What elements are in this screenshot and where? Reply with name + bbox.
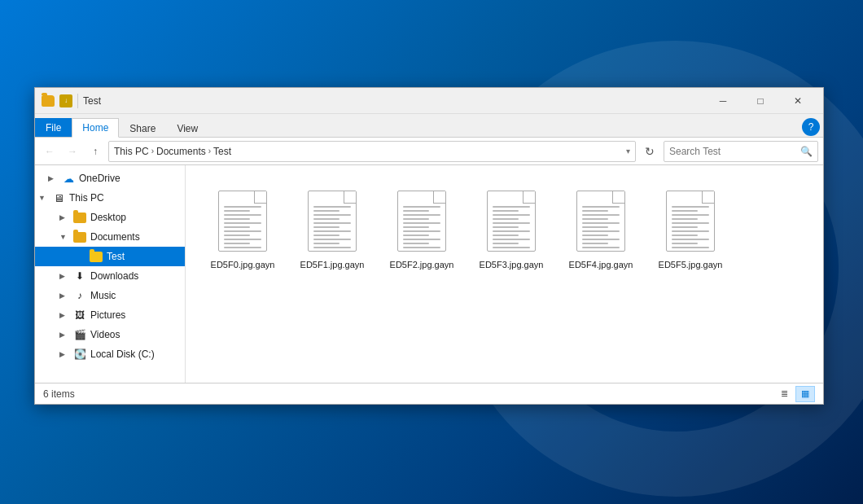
expand-arrow-onedrive: ▶	[48, 174, 61, 182]
close-button[interactable]: ✕	[779, 88, 817, 114]
sep-1: ›	[151, 147, 154, 156]
sidebar-label-documents: Documents	[90, 231, 140, 243]
main-content: ▶ ☁ OneDrive ▼ 🖥 This PC ▶ Desktop ▼	[35, 165, 823, 383]
quick-access-button[interactable]: ↓	[59, 94, 72, 107]
file-item-1[interactable]: ED5F1.jpg.gayn	[291, 182, 373, 275]
file-name-2: ED5F2.jpg.gayn	[390, 259, 454, 270]
sidebar-item-music[interactable]: ▶ ♪ Music	[35, 286, 185, 305]
help-button[interactable]: ?	[802, 118, 820, 136]
sidebar-item-documents[interactable]: ▼ Documents	[35, 227, 185, 247]
crumb-documents: Documents	[156, 146, 206, 157]
music-folder-icon: ♪	[72, 289, 87, 302]
sidebar-item-desktop[interactable]: ▶ Desktop	[35, 208, 185, 227]
ribbon-tabs: File Home Share View	[35, 114, 208, 137]
expand-arrow-music: ▶	[59, 291, 72, 300]
file-item-4[interactable]: ED5F4.jpg.gayn	[560, 182, 642, 275]
ribbon-tabs-row: File Home Share View ?	[35, 114, 823, 137]
sidebar-label-onedrive: OneDrive	[79, 173, 120, 184]
file-item-3[interactable]: ED5F3.jpg.gayn	[471, 182, 552, 275]
title-bar: ↓ Test ─ □ ✕	[35, 88, 823, 114]
sidebar: ▶ ☁ OneDrive ▼ 🖥 This PC ▶ Desktop ▼	[35, 165, 186, 383]
file-icon-3	[483, 186, 540, 256]
search-box[interactable]: 🔍	[664, 141, 818, 162]
downloads-folder-icon: ⬇	[72, 270, 87, 283]
file-icon-4	[572, 186, 629, 256]
test-folder-icon	[89, 250, 103, 263]
sidebar-item-test[interactable]: Test	[35, 247, 185, 266]
crumb-test: Test	[213, 146, 231, 157]
sidebar-label-test: Test	[107, 251, 125, 262]
file-item-5[interactable]: ED5F5.jpg.gayn	[650, 182, 731, 275]
file-icon-0	[214, 186, 271, 256]
doc-icon-5	[666, 191, 715, 252]
sidebar-label-music: Music	[90, 290, 116, 301]
pc-icon: 🖥	[51, 191, 66, 204]
sidebar-item-local-disk[interactable]: ▶ 💽 Local Disk (C:)	[35, 344, 185, 364]
address-bar-row: ← → ↑ This PC › Documents › Test ▾ ↻ 🔍	[35, 138, 823, 165]
expand-arrow-downloads: ▶	[59, 272, 72, 280]
minimize-button[interactable]: ─	[704, 88, 742, 114]
pictures-folder-icon: 🖼	[72, 309, 87, 322]
tab-share[interactable]: Share	[119, 119, 166, 138]
sidebar-item-videos[interactable]: ▶ 🎬 Videos	[35, 325, 185, 344]
sidebar-item-pictures[interactable]: ▶ 🖼 Pictures	[35, 305, 185, 325]
explorer-window: ↓ Test ─ □ ✕ File Home Share View ? ← → …	[34, 87, 824, 405]
drive-icon: 💽	[72, 348, 87, 361]
grid-view-button[interactable]: ▦	[795, 386, 815, 402]
address-dropdown[interactable]: ▾	[626, 147, 630, 156]
search-icon[interactable]: 🔍	[800, 146, 813, 157]
crumb-this-pc: This PC	[114, 146, 149, 157]
expand-arrow-desktop: ▶	[59, 213, 72, 221]
file-item-2[interactable]: ED5F2.jpg.gayn	[381, 182, 462, 275]
tab-file[interactable]: File	[35, 118, 72, 137]
maximize-button[interactable]: □	[742, 88, 779, 114]
expand-arrow-documents: ▼	[59, 233, 72, 241]
desktop-folder-icon	[72, 211, 87, 224]
file-grid: ED5F0.jpg.gayn	[194, 173, 815, 283]
videos-folder-icon: 🎬	[72, 328, 87, 341]
sidebar-label-this-pc: This PC	[69, 192, 104, 204]
sidebar-label-videos: Videos	[90, 329, 120, 340]
file-area: ED5F0.jpg.gayn	[186, 165, 823, 383]
sidebar-label-pictures: Pictures	[90, 309, 125, 321]
tab-home[interactable]: Home	[72, 118, 119, 138]
window-title: Test	[83, 95, 704, 107]
file-item-0[interactable]: ED5F0.jpg.gayn	[202, 182, 283, 275]
back-button[interactable]: ←	[40, 142, 59, 161]
expand-arrow-local-disk: ▶	[59, 350, 72, 358]
ribbon: File Home Share View ?	[35, 114, 823, 138]
sidebar-item-this-pc[interactable]: ▼ 🖥 This PC	[35, 188, 185, 208]
expand-arrow-this-pc: ▼	[38, 194, 51, 202]
up-button[interactable]: ↑	[85, 142, 105, 161]
expand-arrow-pictures: ▶	[59, 311, 72, 319]
doc-lines-0	[224, 206, 261, 248]
search-input[interactable]	[669, 146, 800, 157]
doc-icon-1	[308, 191, 357, 252]
expand-arrow-videos: ▶	[59, 331, 72, 339]
sidebar-label-desktop: Desktop	[90, 212, 126, 223]
file-icon-1	[304, 186, 361, 256]
sidebar-item-downloads[interactable]: ▶ ⬇ Downloads	[35, 266, 185, 286]
sidebar-item-onedrive[interactable]: ▶ ☁ OneDrive	[35, 169, 185, 188]
file-icon-5	[662, 186, 719, 256]
doc-icon-0	[218, 191, 267, 252]
list-view-button[interactable]: ≣	[774, 386, 794, 402]
status-bar: 6 items ≣ ▦	[35, 383, 823, 404]
file-name-1: ED5F1.jpg.gayn	[300, 259, 365, 270]
refresh-button[interactable]: ↻	[639, 141, 660, 162]
documents-folder-icon	[72, 230, 87, 243]
file-name-5: ED5F5.jpg.gayn	[659, 259, 723, 270]
tab-view[interactable]: View	[166, 119, 208, 138]
sidebar-label-local-disk: Local Disk (C:)	[90, 348, 155, 360]
file-name-3: ED5F3.jpg.gayn	[480, 259, 544, 270]
view-toggles: ≣ ▦	[774, 386, 815, 402]
doc-icon-4	[576, 191, 625, 252]
file-name-4: ED5F4.jpg.gayn	[569, 259, 633, 270]
file-icon-2	[393, 186, 450, 256]
window-controls: ─ □ ✕	[704, 88, 817, 114]
sidebar-label-downloads: Downloads	[90, 270, 138, 282]
forward-button[interactable]: →	[63, 142, 82, 161]
doc-icon-3	[487, 191, 536, 252]
file-name-0: ED5F0.jpg.gayn	[211, 259, 275, 270]
address-bar[interactable]: This PC › Documents › Test ▾	[108, 141, 636, 162]
